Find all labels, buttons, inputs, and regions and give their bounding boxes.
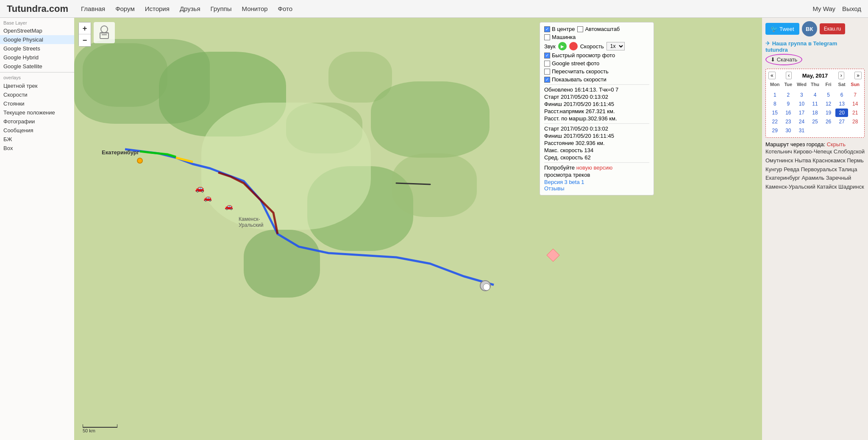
recalc-label[interactable]: Пересчитать скорость — [544, 68, 609, 75]
ekau-button[interactable]: Екau.ru — [820, 23, 846, 34]
nav-monitor[interactable]: Монитор — [242, 5, 268, 12]
google-street-label[interactable]: Google street фото — [544, 60, 599, 67]
svg-text:🚗: 🚗 — [203, 194, 212, 202]
nav-friends[interactable]: Друзья — [180, 5, 200, 12]
cal-day-14[interactable]: 14 — [849, 100, 862, 108]
cal-day-7[interactable]: 7 — [849, 91, 862, 99]
cal-day-24[interactable]: 24 — [795, 117, 808, 126]
mashinka-label[interactable]: Машинка — [544, 34, 576, 40]
cal-day-4[interactable]: 4 — [809, 91, 822, 99]
cal-day-22[interactable]: 22 — [768, 117, 782, 126]
cal-day-12[interactable]: 12 — [822, 100, 835, 108]
avtomastab-label[interactable]: Автомасштаб — [577, 26, 620, 32]
zvuk-label: Звук — [544, 43, 556, 50]
cal-day-5[interactable]: 5 — [822, 91, 835, 99]
cal-day-30[interactable]: 30 — [782, 126, 795, 135]
cal-day-19[interactable]: 19 — [822, 109, 835, 117]
nav-groups[interactable]: Группы — [211, 5, 232, 12]
sidebar-openstreetmap[interactable]: OpenStreetMap — [0, 26, 74, 35]
play-button[interactable]: ▶ — [558, 42, 567, 50]
cal-day-23[interactable]: 23 — [782, 117, 795, 126]
cal-day-28[interactable]: 28 — [849, 117, 862, 126]
v-centre-label[interactable]: ✓ В центре — [544, 26, 575, 32]
main-area: Base Layer OpenStreetMap Google Physical… — [0, 18, 868, 440]
svg-point-8 — [101, 26, 108, 33]
sidebar-photos[interactable]: Фотографии — [0, 117, 74, 126]
new-version-link[interactable]: новую версию — [576, 164, 613, 171]
calendar-header: MonTueWedThuFriSatSun — [768, 81, 862, 88]
cal-next-button[interactable]: › — [838, 72, 844, 79]
cal-day-empty — [782, 88, 795, 90]
cal-day-31[interactable]: 31 — [795, 126, 808, 135]
telegram-title-link[interactable]: Наша группа в Telegram — [772, 40, 837, 47]
cal-day-2[interactable]: 2 — [782, 91, 795, 99]
vk-button[interactable]: ВК — [802, 21, 817, 36]
record-button[interactable] — [569, 42, 578, 50]
google-street-checkbox[interactable] — [544, 61, 550, 67]
show-speeds-label[interactable]: ✓ Показывать скорости — [544, 76, 606, 83]
speed-select[interactable]: 1x 2x 4x — [606, 42, 625, 50]
cal-day-27[interactable]: 27 — [835, 117, 849, 126]
show-speeds-checkbox[interactable]: ✓ — [544, 77, 550, 83]
nav-photo[interactable]: Фото — [278, 5, 292, 12]
sidebar-google-physical[interactable]: Google Physical — [0, 35, 74, 44]
cal-day-29[interactable]: 29 — [768, 126, 782, 135]
mashinka-checkbox[interactable] — [544, 34, 550, 40]
cal-day-8[interactable]: 8 — [768, 100, 782, 108]
sidebar-color-track[interactable]: Цветной трек — [0, 81, 74, 90]
sidebar-messages[interactable]: Сообщения — [0, 126, 74, 135]
cal-day-20[interactable]: 20 — [835, 109, 849, 117]
download-button[interactable]: ⬇ Скачать — [765, 54, 802, 65]
cal-day-18[interactable]: 18 — [809, 109, 822, 117]
right-panel: 🐦 Tweet ВК Екau.ru ✈ Наша группа в Teleg… — [762, 18, 868, 440]
cal-day-10[interactable]: 10 — [795, 100, 808, 108]
sidebar-bzh[interactable]: БЖ — [0, 135, 74, 144]
recalc-checkbox[interactable] — [544, 69, 550, 75]
tweet-button[interactable]: 🐦 Tweet — [765, 23, 799, 35]
nav-history[interactable]: История — [145, 5, 170, 12]
cal-day-15[interactable]: 15 — [768, 109, 782, 117]
telegram-username-link[interactable]: tutundra — [765, 47, 788, 53]
nav-logout[interactable]: Выход — [842, 5, 861, 12]
cal-day-empty — [795, 88, 808, 90]
cal-next-next-button[interactable]: » — [854, 72, 862, 79]
v-centre-checkbox[interactable]: ✓ — [544, 26, 550, 32]
avtomastab-checkbox[interactable] — [577, 26, 583, 32]
cal-day-26[interactable]: 26 — [822, 117, 835, 126]
sidebar-google-streets[interactable]: Google Streets — [0, 44, 74, 53]
cal-day-3[interactable]: 3 — [795, 91, 808, 99]
map-area[interactable]: 🚗 🚗 🚗 Екатеринбург Каменск- Уральский + … — [74, 18, 762, 440]
cal-day-11[interactable]: 11 — [809, 100, 822, 108]
sidebar-speeds[interactable]: Скорости — [0, 90, 74, 99]
quick-photo-checkbox[interactable]: ✓ — [544, 53, 550, 58]
quick-photo-label[interactable]: ✓ Быстрый просмотр фото — [544, 52, 615, 58]
zoom-in-button[interactable]: + — [79, 22, 91, 34]
reviews-link[interactable]: Отзывы — [544, 185, 565, 192]
cal-day-16[interactable]: 16 — [782, 109, 795, 117]
cal-day-13[interactable]: 13 — [835, 100, 849, 108]
draw-tool-icon[interactable] — [94, 22, 115, 43]
cal-day-17[interactable]: 17 — [795, 109, 808, 117]
route-hide-link[interactable]: Скрыть — [827, 141, 846, 148]
cal-day-9[interactable]: 9 — [782, 100, 795, 108]
sidebar-box[interactable]: Box — [0, 144, 74, 153]
sidebar-google-hybrid[interactable]: Google Hybrid — [0, 53, 74, 62]
cal-day-1[interactable]: 1 — [768, 91, 782, 99]
nav-myway[interactable]: My Way — [813, 5, 836, 12]
cal-prev-prev-button[interactable]: « — [768, 72, 776, 79]
cal-prev-button[interactable]: ‹ — [786, 72, 792, 79]
sidebar-google-satellite[interactable]: Google Satellite — [0, 62, 74, 71]
cal-day-21[interactable]: 21 — [849, 109, 862, 117]
nav-forum[interactable]: Форум — [115, 5, 135, 12]
sidebar-separator-1 — [0, 72, 74, 72]
nav-home[interactable]: Главная — [81, 5, 105, 12]
cal-day-25[interactable]: 25 — [809, 117, 822, 126]
cal-day-6[interactable]: 6 — [835, 91, 849, 99]
version-link[interactable]: Версия 3 beta 1 — [544, 179, 584, 185]
finish-info-1: Финиш 2017/05/20 16:11:45 — [544, 101, 649, 107]
sidebar-stops[interactable]: Стоянки — [0, 99, 74, 108]
sidebar-current-pos[interactable]: Текущее положение — [0, 108, 74, 117]
scale-label: 50 km — [83, 428, 95, 433]
distance-info: Расстояние 302.936 км. — [544, 140, 649, 146]
zoom-out-button[interactable]: − — [79, 34, 91, 46]
